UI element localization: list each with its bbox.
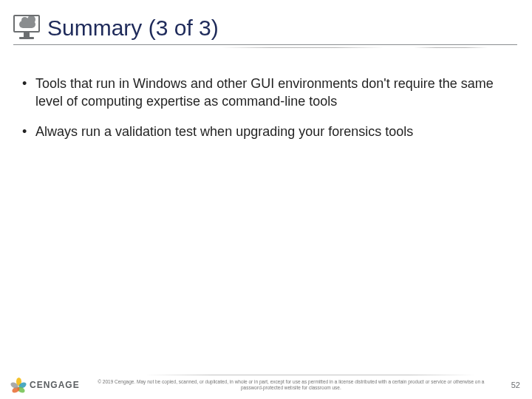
- slide-header: Summary (3 of 3): [0, 0, 532, 54]
- monitor-cloud-icon: [13, 15, 40, 40]
- bullet-list: Tools that run in Windows and other GUI …: [22, 75, 510, 140]
- brand-name: CENGAGE: [30, 380, 80, 390]
- header-row: Summary (3 of 3): [13, 15, 517, 40]
- bullet-item: Always run a validation test when upgrad…: [22, 123, 510, 140]
- brand-logo-group: CENGAGE: [12, 378, 80, 392]
- decorative-rule: [414, 47, 488, 48]
- decorative-rule: [145, 375, 476, 375]
- decorative-rule: [222, 47, 384, 48]
- slide-body: Tools that run in Windows and other GUI …: [0, 54, 532, 399]
- slide: Summary (3 of 3) Tools that run in Windo…: [0, 0, 532, 399]
- cengage-flower-icon: [12, 378, 25, 392]
- page-number: 52: [502, 381, 520, 389]
- bullet-item: Tools that run in Windows and other GUI …: [22, 75, 510, 111]
- footer-row: CENGAGE © 2019 Cengage. May not be copie…: [12, 378, 520, 392]
- slide-footer: CENGAGE © 2019 Cengage. May not be copie…: [0, 375, 532, 395]
- decorative-subrules: [13, 45, 517, 48]
- slide-title: Summary (3 of 3): [47, 16, 219, 40]
- copyright-text: © 2019 Cengage. May not be copied, scann…: [87, 379, 495, 391]
